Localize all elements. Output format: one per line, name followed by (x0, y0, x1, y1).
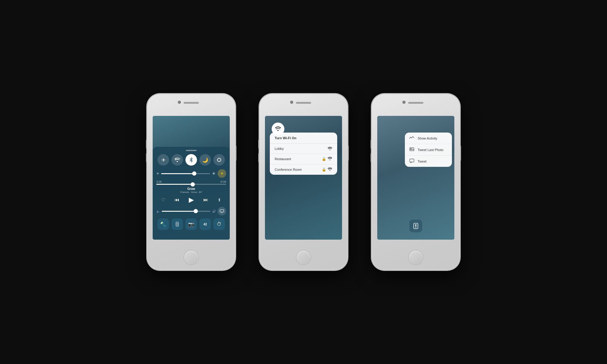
wifi-network-lobby[interactable]: Lobby (270, 144, 337, 154)
activity-icon (409, 136, 415, 141)
time-remaining: -0:34 (220, 180, 226, 183)
airplane-toggle[interactable]: ✈ (158, 154, 169, 166)
timer42-button[interactable]: 42 (199, 218, 211, 230)
tweet-last-photo-label: Tweet Last Photo (418, 148, 443, 152)
svg-point-3 (177, 223, 178, 224)
playback-controls: ♡ ⏮ ▶ ⏭ ⬆ (156, 196, 226, 204)
volume-slider[interactable] (162, 211, 210, 212)
vol-down-button[interactable] (146, 153, 147, 162)
svg-rect-5 (177, 225, 178, 225)
brightness-row: ☀ ☀ ☀ (156, 169, 226, 178)
home-button-1[interactable] (184, 251, 198, 265)
app-shortcuts: 🔦 📷 42 ⏱ (156, 218, 226, 230)
svg-rect-2 (176, 222, 178, 226)
volume-high-icon: 🔊 (212, 210, 216, 213)
bluetooth-toggle[interactable] (185, 154, 197, 166)
volume-low-icon: 🔈 (156, 210, 160, 213)
home-button-2[interactable] (297, 251, 310, 265)
wifi-network-restaurant[interactable]: Restaurant 🔒 (270, 154, 337, 164)
power-button-3[interactable] (460, 146, 461, 161)
cc-toggle-row: ✈ 🌙 (156, 154, 226, 166)
restaurant-icons: 🔒 (322, 157, 332, 161)
vol-down-button-2[interactable] (258, 153, 259, 162)
tweet-icon (409, 159, 415, 164)
clock-button[interactable]: ⏱ (213, 218, 225, 230)
tweet-label: Tweet (418, 160, 426, 163)
screen3-background: Show Activity Tweet Last Photo (377, 116, 454, 240)
photo-icon (409, 147, 415, 152)
show-activity-label: Show Activity (418, 136, 437, 140)
rotation-toggle[interactable] (213, 154, 225, 166)
screen1-background: ✈ 🌙 (153, 116, 230, 240)
network-name-lobby: Lobby (275, 147, 284, 150)
remote-button[interactable] (171, 218, 183, 230)
show-activity-item[interactable]: Show Activity (405, 133, 452, 144)
lobby-icons (327, 147, 332, 150)
moon-toggle[interactable]: 🌙 (199, 154, 211, 166)
time-elapsed: 3:26 (156, 180, 162, 183)
camera-lens-3 (402, 101, 405, 104)
speaker-3 (408, 102, 423, 104)
camera-lens (178, 101, 181, 104)
svg-point-7 (415, 224, 417, 226)
brightness-slider[interactable] (161, 173, 210, 174)
camera-lens-2 (290, 101, 293, 104)
brightness-low-icon: ☀ (156, 172, 159, 176)
next-button[interactable]: ⏭ (203, 197, 208, 203)
flashlight-button[interactable]: 🔦 (158, 218, 169, 230)
brightness-high-icon: ☀ (212, 171, 216, 176)
screen2-background: Turn Wi-Fi On Lobby Restaurant 🔒 (265, 116, 342, 240)
wifi-network-conference[interactable]: Conference Room 🔒 (270, 164, 337, 175)
share-activity-popup: Show Activity Tweet Last Photo (405, 133, 452, 167)
volume-row: 🔈 🔊 (156, 207, 226, 215)
camera-button[interactable]: 📷 (185, 218, 197, 230)
track-title: Grow (156, 187, 226, 190)
tweet-last-photo-item[interactable]: Tweet Last Photo (405, 144, 452, 156)
airplay-button[interactable] (218, 207, 226, 215)
svg-rect-6 (414, 223, 418, 229)
brightness-extra-btn[interactable]: ☀ (218, 169, 226, 178)
screen-2: Turn Wi-Fi On Lobby Restaurant 🔒 (265, 116, 342, 240)
screen-1: ✈ 🌙 (153, 116, 230, 240)
speaker (184, 102, 199, 104)
remote-app-icon[interactable] (409, 220, 422, 232)
iphone-1: ✈ 🌙 (147, 94, 235, 270)
conference-icons: 🔒 (322, 167, 332, 172)
iphone-3: Show Activity Tweet Last Photo (372, 94, 460, 270)
wifi-toggle[interactable] (171, 154, 183, 166)
play-button[interactable]: ▶ (189, 196, 194, 204)
network-name-conference: Conference Room (275, 168, 302, 171)
lock-icon-restaurant: 🔒 (322, 157, 326, 161)
iphone-2: Turn Wi-Fi On Lobby Restaurant 🔒 (259, 94, 348, 270)
vol-down-button-3[interactable] (371, 153, 372, 162)
track-subtitle: Frances · Grow · EP (156, 191, 226, 194)
svg-rect-9 (415, 227, 417, 228)
lock-icon-conference: 🔒 (322, 167, 326, 172)
wifi-popup-title: Turn Wi-Fi On (270, 133, 337, 144)
tweet-item[interactable]: Tweet (405, 156, 452, 167)
network-name-restaurant: Restaurant (275, 157, 291, 161)
svg-rect-1 (220, 210, 224, 212)
home-button-3[interactable] (409, 251, 423, 265)
vol-up-button[interactable] (146, 140, 147, 149)
prev-button[interactable]: ⏮ (175, 197, 179, 203)
svg-rect-8 (415, 226, 417, 227)
wifi-network-popup: Turn Wi-Fi On Lobby Restaurant 🔒 (270, 133, 337, 175)
share-button[interactable]: ⬆ (218, 197, 221, 202)
power-button-2[interactable] (348, 146, 349, 161)
screen-3: Show Activity Tweet Last Photo (377, 116, 454, 240)
playback-progress[interactable] (156, 184, 226, 185)
cc-drag-handle (186, 150, 197, 151)
like-button[interactable]: ♡ (161, 197, 165, 203)
vol-up-button-2[interactable] (258, 140, 259, 149)
svg-rect-4 (177, 224, 178, 225)
svg-rect-12 (410, 159, 414, 162)
speaker-2 (296, 102, 311, 104)
power-button[interactable] (235, 146, 236, 161)
vol-up-button-3[interactable] (371, 140, 372, 149)
control-center-panel: ✈ 🌙 (153, 147, 230, 240)
